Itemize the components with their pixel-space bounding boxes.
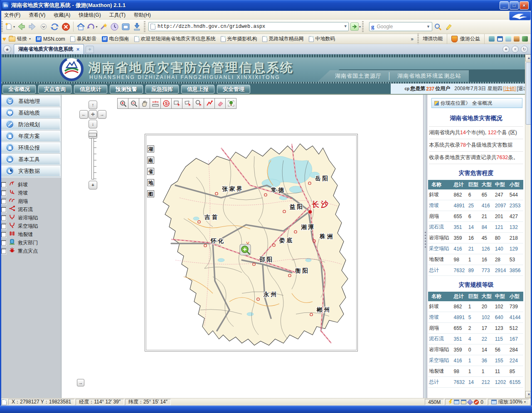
nav-tab-5[interactable]: 信息上报 <box>181 85 214 93</box>
layer-checkbox-8[interactable] <box>1 248 6 254</box>
select-rect-tool-button[interactable] <box>171 98 182 109</box>
scale-tool-button[interactable]: S <box>160 98 172 109</box>
search-box[interactable]: g Google ▼ <box>369 22 432 31</box>
favorites-heart-icon[interactable]: ♥ <box>2 35 6 42</box>
layer-checkbox-5[interactable] <box>1 224 6 229</box>
tools-round-button[interactable]: ✦ <box>502 46 510 53</box>
notes-icon[interactable] <box>505 36 511 42</box>
menu-item-1[interactable]: 查看(V) <box>25 10 49 20</box>
city-label-怀化[interactable]: 怀化 <box>210 238 225 244</box>
zoom-in-slider-button[interactable]: + <box>89 181 97 189</box>
nav-tab-4[interactable]: 应急指挥 <box>145 85 179 93</box>
zoom-in-tool-button[interactable] <box>117 98 128 109</box>
menu-item-5[interactable]: 帮助(H) <box>130 10 155 20</box>
pan-left-button[interactable]: ← <box>79 110 88 119</box>
zoom-out-tool-button[interactable] <box>128 98 139 109</box>
layer-checkbox-0[interactable] <box>1 182 6 187</box>
menu-item-2[interactable]: 收藏(A) <box>49 10 74 20</box>
city-marker[interactable] <box>308 210 312 214</box>
sidebar-section-1[interactable]: 基础地质 <box>1 107 60 118</box>
search-dropdown-icon[interactable]: ▼ <box>426 25 430 29</box>
sidebar-section-3[interactable]: 年度方案 <box>1 130 60 142</box>
eraser-tool-button[interactable] <box>214 98 226 109</box>
sidebar-section-0[interactable]: 基础地理 <box>1 96 60 107</box>
city-label-张家界[interactable]: 张家界 <box>222 186 244 192</box>
window-icon[interactable] <box>497 36 503 42</box>
link-item-3[interactable]: 欢迎登陆湖南省地质灾害信息系统 <box>132 34 218 43</box>
minimize-button[interactable]: _ <box>500 1 509 10</box>
undo-button[interactable]: ▾ <box>86 21 98 32</box>
restore-button[interactable]: □ <box>510 1 519 10</box>
measure-distance-tool-button[interactable]: ? <box>150 98 161 109</box>
nav-tab-2[interactable]: 信息统计 <box>74 85 107 93</box>
city-label-娄底[interactable]: 娄底 <box>279 237 294 243</box>
city-label-湘潭[interactable]: 湘潭 <box>301 224 315 230</box>
city-label-邵阳[interactable]: 邵阳 <box>259 256 274 263</box>
charity-link[interactable]: 傲游公益 <box>460 35 480 42</box>
city-label-株洲[interactable]: 株洲 <box>319 233 334 239</box>
breadcrumb-current[interactable]: 全省概况 <box>472 100 492 107</box>
pan-down-button[interactable]: ↓ <box>89 120 97 128</box>
back-button[interactable] <box>15 21 27 32</box>
home-button[interactable] <box>75 21 86 32</box>
magic-wand-button[interactable] <box>98 21 109 32</box>
proxy-icon[interactable] <box>489 36 495 42</box>
download-button[interactable] <box>131 21 143 32</box>
city-label-长沙[interactable]: 长沙 <box>311 200 330 209</box>
address-bar[interactable]: http://dzzh.hndh.gov.cn/gridweb.aspx ▼ <box>148 22 349 31</box>
window-list-button[interactable] <box>120 21 131 32</box>
draw-redline-tool-button[interactable] <box>204 98 215 109</box>
link-item-2[interactable]: M电台指南 <box>99 34 132 43</box>
go-button[interactable] <box>350 22 359 31</box>
map-canvas[interactable]: 湖南省地图 <box>146 135 357 350</box>
history-dropdown-button[interactable] <box>38 21 49 32</box>
search-button[interactable] <box>432 21 443 32</box>
highlight-button[interactable] <box>443 21 455 32</box>
sidebar-section-4[interactable]: 环境公报 <box>1 142 60 153</box>
link-geo-environment[interactable]: 湖南省地质环境监测总站 <box>397 72 461 80</box>
menu-item-4[interactable]: 工具(T) <box>105 10 130 20</box>
refresh-button[interactable] <box>49 21 60 32</box>
search-engine-label[interactable]: Google <box>377 24 393 30</box>
nav-tab-0[interactable]: 全省概况 <box>2 85 36 93</box>
full-extent-button[interactable]: ✛ <box>89 110 97 119</box>
links-overflow-chevron[interactable]: » <box>411 36 414 42</box>
select-circle-tool-button[interactable] <box>193 98 204 109</box>
zoom-slider-handle[interactable] <box>89 133 97 137</box>
address-url[interactable]: http://dzzh.hndh.gov.cn/gridweb.aspx <box>158 24 265 30</box>
menu-item-0[interactable]: 文件(F) <box>0 10 25 20</box>
pan-right-button[interactable]: → <box>98 110 106 119</box>
logout-link[interactable]: [注销] <box>503 85 516 92</box>
rss-icon[interactable] <box>522 36 528 42</box>
city-label-吉首[interactable]: 吉首 <box>204 214 219 220</box>
pan-tool-button[interactable] <box>139 98 150 109</box>
link-item-4[interactable]: 光年摄影机构 <box>218 34 260 43</box>
tab-close-icon[interactable]: × <box>76 47 79 52</box>
sidebar-section-2[interactable]: 防治规划 <box>1 119 60 130</box>
refresh-tabs-button[interactable]: ↻ <box>521 46 528 53</box>
plugin-diamond-icon[interactable] <box>467 399 473 405</box>
nav-tab-1[interactable]: 灾点查询 <box>38 85 71 93</box>
close-button[interactable]: × <box>520 1 529 10</box>
city-label-常德[interactable]: 常德 <box>271 187 286 193</box>
boost-icon[interactable] <box>448 399 452 405</box>
city-label-益阳[interactable]: 益阳 <box>289 204 304 210</box>
maxthon-bird-logo[interactable] <box>509 11 531 20</box>
layer-checkbox-6[interactable] <box>1 232 6 237</box>
sidebar-section-5[interactable]: 基本工具 <box>1 154 60 165</box>
links-folder[interactable]: 链接▾ <box>6 34 33 43</box>
link-land-resources[interactable]: 湖南省国土资源厅 <box>335 72 382 80</box>
new-window-icon[interactable] <box>461 400 466 404</box>
window-mode-icon[interactable] <box>454 400 459 404</box>
link-item-5[interactable]: 觅路城市精品网 <box>260 34 306 43</box>
star-button[interactable]: ★ <box>3 45 11 53</box>
panel-splitter[interactable] <box>423 95 427 398</box>
nav-tab-3[interactable]: 预测预警 <box>110 85 143 93</box>
legend-tree-tool-button[interactable] <box>225 98 236 109</box>
pan-up-button[interactable]: ↑ <box>89 101 97 109</box>
layer-checkbox-7[interactable] <box>1 240 6 246</box>
select-polygon-tool-button[interactable] <box>182 98 193 109</box>
go-dropdown-icon[interactable]: ▾ <box>359 25 361 29</box>
enhance-menu[interactable]: 增强功能 <box>423 35 443 42</box>
link-item-6[interactable]: 中地数码 <box>306 34 338 43</box>
